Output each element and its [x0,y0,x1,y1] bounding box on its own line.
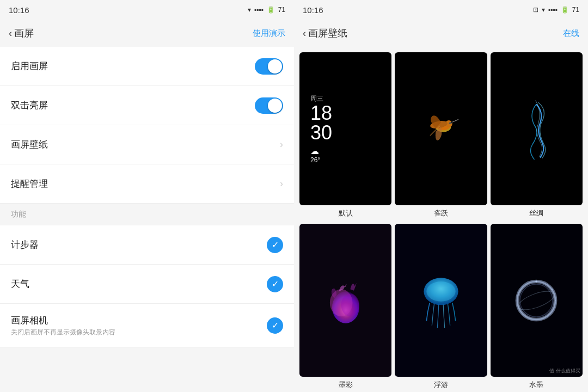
left-nav-bar: ‹ 画屏 使用演示 [0,20,294,47]
right-status-icons: ⊡ ▾ ▪▪▪▪ 🔋 71 [533,6,579,14]
jelly-svg [414,271,468,330]
weather-check: ✓ [267,276,283,292]
wallpaper-item-silk[interactable]: 丝绸 [491,52,583,220]
enable-toggle[interactable] [255,58,283,75]
right-back-button[interactable]: ‹ 画屏壁纸 [303,27,347,40]
pedometer-check: ✓ [267,237,283,253]
svg-point-13 [520,284,553,317]
enable-label: 启用画屏 [11,60,48,72]
wifi-icon: ▾ [248,6,251,14]
settings-list: 启用画屏 双击亮屏 画屏壁纸 › 提醒管理 › 功能 计步器 [0,47,294,392]
double-tap-toggle[interactable] [255,97,283,114]
right-status-bar: 10:16 ⊡ ▾ ▪▪▪▪ 🔋 71 [294,0,588,20]
settings-item-camera[interactable]: 画屏相机 关闭后画屏不再显示摄像头取景内容 ✓ [0,304,294,347]
svg-point-12 [517,281,555,320]
ink-svg [318,273,373,328]
wallpaper-name-jelly: 浮游 [434,380,448,392]
pedometer-label: 计步器 [11,238,39,251]
right-nav-title: 画屏壁纸 [308,27,347,40]
wallpaper-thumb-default: 周三 18 30 ☁ 26° [299,52,391,205]
svg-point-16 [552,288,553,290]
svg-point-8 [341,293,359,316]
wallpaper-item-jelly[interactable]: 浮游 [395,224,487,392]
wallpaper-name-bird: 雀跃 [434,209,448,220]
ring-svg [509,273,564,328]
double-tap-label: 双击亮屏 [11,99,48,112]
wallpaper-item-ink[interactable]: 墨彩 [299,224,391,392]
right-panel: 10:16 ⊡ ▾ ▪▪▪▪ 🔋 71 ‹ 画屏壁纸 在线 周三 18 30 ☁ [294,0,588,392]
weather-label: 天气 [11,278,29,290]
wallpaper-label: 画屏壁纸 [11,138,48,151]
left-back-button[interactable]: ‹ 画屏 [9,27,34,40]
wallpaper-thumb-silk [491,52,583,205]
right-back-icon: ‹ [303,28,306,39]
wallpaper-item-default[interactable]: 周三 18 30 ☁ 26° 默认 [299,52,391,220]
settings-item-wallpaper[interactable]: 画屏壁纸 › [0,125,294,164]
camera-label: 画屏相机 [11,314,115,327]
camera-text-group: 画屏相机 关闭后画屏不再显示摄像头取景内容 [11,314,115,337]
wallpaper-name-ink: 墨彩 [339,380,353,392]
reminder-chevron-icon: › [280,178,283,189]
settings-item-reminder[interactable]: 提醒管理 › [0,164,294,204]
settings-item-double-tap[interactable]: 双击亮屏 [0,86,294,125]
features-divider-label: 功能 [11,210,26,219]
wp-hour: 18 [310,103,391,123]
svg-point-17 [555,300,556,301]
wp-temp: 26° [310,156,391,164]
wallpaper-thumb-ink [299,224,391,377]
wallpaper-item-bird[interactable]: 雀跃 [395,52,487,220]
left-time: 10:16 [9,5,29,15]
settings-item-enable[interactable]: 启用画屏 [0,47,294,86]
right-screen-icon: ⊡ [533,6,538,14]
left-status-bar: 10:16 ▾ ▪▪▪▪ 🔋 71 [0,0,294,20]
features-divider: 功能 [0,204,294,225]
wallpaper-name-ring: 水墨 [529,380,543,392]
right-nav-action[interactable]: 在线 [563,28,579,39]
right-battery-level: 71 [572,6,579,14]
right-nav-bar: ‹ 画屏壁纸 在线 [294,20,588,47]
settings-item-weather[interactable]: 天气 ✓ [0,265,294,304]
right-signal-icon: ▪▪▪▪ [548,6,558,14]
wp-min: 30 [310,123,391,143]
enable-toggle-thumb [268,59,282,74]
wallpaper-thumb-jelly [395,224,487,377]
wallpaper-item-ring[interactable]: 值 什么值得买 水墨 [491,224,583,392]
battery-level: 71 [278,6,285,14]
right-time: 10:16 [303,5,323,15]
left-status-icons: ▾ ▪▪▪▪ 🔋 71 [248,6,285,14]
reminder-label: 提醒管理 [11,177,48,190]
svg-point-14 [516,287,556,313]
watermark: 值 什么值得买 [549,367,580,375]
wallpaper-grid: 周三 18 30 ☁ 26° 默认 [294,47,588,392]
wallpaper-name-default: 默认 [339,209,353,220]
svg-point-10 [426,281,455,302]
settings-item-pedometer[interactable]: 计步器 ✓ [0,225,294,265]
left-nav-title: 画屏 [14,27,34,40]
silk-svg [517,96,555,162]
left-back-icon: ‹ [9,28,12,39]
bird-svg [419,102,463,156]
battery-icon: 🔋 [267,6,275,14]
camera-sub: 关闭后画屏不再显示摄像头取景内容 [11,328,115,337]
double-tap-toggle-thumb [268,99,282,113]
wallpaper-thumb-ring: 值 什么值得买 [491,224,583,377]
wallpaper-chevron-icon: › [280,139,283,150]
svg-point-15 [536,280,537,282]
wallpaper-thumb-bird [395,52,487,205]
right-wifi-icon: ▾ [542,6,545,14]
right-battery-icon: 🔋 [561,6,569,14]
camera-check: ✓ [267,317,283,334]
left-nav-action[interactable]: 使用演示 [253,28,285,39]
wp-day: 周三 [310,94,391,103]
signal-icon: ▪▪▪▪ [254,6,264,14]
wallpaper-name-silk: 丝绸 [529,209,543,220]
wp-weather-icon: ☁ [310,146,391,156]
left-panel: 10:16 ▾ ▪▪▪▪ 🔋 71 ‹ 画屏 使用演示 启用画屏 双击亮屏 [0,0,294,392]
